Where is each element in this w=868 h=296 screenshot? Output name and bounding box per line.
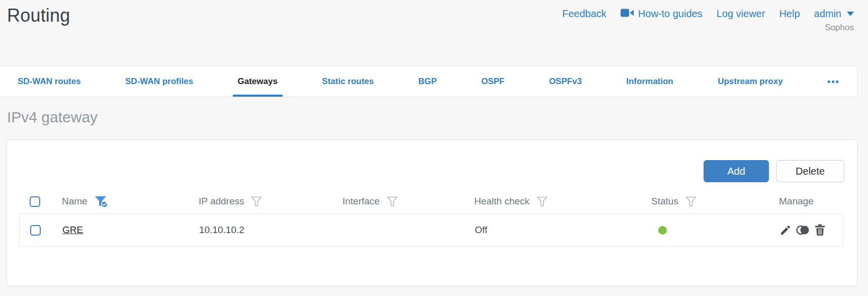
ipv4-gateway-card: Add Delete Name IP address Interface bbox=[7, 139, 857, 286]
page-header: Routing Feedback How-to guides Log viewe… bbox=[0, 0, 868, 66]
column-header-manage: Manage bbox=[771, 196, 843, 207]
row-select-cell bbox=[20, 225, 62, 236]
section-title: IPv4 gateway bbox=[7, 108, 868, 126]
tab-static-routes[interactable]: Static routes bbox=[317, 66, 379, 97]
status-dot bbox=[658, 226, 667, 235]
funnel-icon[interactable] bbox=[536, 195, 548, 207]
video-camera-icon bbox=[621, 8, 634, 20]
tab-sdwan-routes[interactable]: SD-WAN routes bbox=[13, 66, 86, 97]
add-button[interactable]: Add bbox=[704, 160, 769, 182]
pencil-icon bbox=[779, 230, 792, 238]
column-header-health-check: Health check bbox=[474, 195, 651, 207]
row-checkbox[interactable] bbox=[30, 225, 41, 236]
user-menu-label: admin bbox=[814, 8, 841, 20]
clone-button[interactable] bbox=[796, 225, 810, 236]
how-to-guides-label: How-to guides bbox=[638, 8, 703, 20]
tab-more-ellipsis-icon[interactable]: ••• bbox=[822, 66, 845, 97]
table-body: GRE 10.10.10.2 Off bbox=[19, 213, 843, 247]
cell-health-check: Off bbox=[475, 225, 652, 236]
cell-manage bbox=[771, 224, 843, 236]
tab-bgp[interactable]: BGP bbox=[413, 66, 442, 97]
select-all-checkbox[interactable] bbox=[30, 196, 40, 207]
log-viewer-link[interactable]: Log viewer bbox=[717, 8, 765, 20]
select-all-cell bbox=[19, 196, 62, 207]
delete-button[interactable]: Delete bbox=[776, 160, 844, 182]
page-title: Routing bbox=[7, 5, 70, 66]
brand-label: Sophos bbox=[825, 23, 854, 33]
table-toolbar: Add Delete bbox=[7, 140, 857, 182]
column-header-status: Status bbox=[651, 195, 771, 207]
help-link[interactable]: Help bbox=[779, 8, 800, 20]
tab-ospf[interactable]: OSPF bbox=[476, 66, 509, 97]
caret-down-icon bbox=[847, 12, 854, 16]
header-links: Feedback How-to guides Log viewer Help a… bbox=[562, 8, 854, 20]
row-delete-button[interactable] bbox=[814, 224, 826, 236]
cell-status bbox=[652, 226, 771, 235]
trash-icon bbox=[814, 230, 826, 238]
feedback-link-label: Feedback bbox=[562, 8, 606, 20]
column-header-name: Name bbox=[62, 195, 199, 208]
funnel-icon[interactable] bbox=[685, 195, 697, 207]
cell-ip-address: 10.10.10.2 bbox=[199, 225, 343, 236]
tab-upstream-proxy[interactable]: Upstream proxy bbox=[713, 66, 788, 97]
routing-tab-bar: SD-WAN routes SD-WAN profiles Gateways S… bbox=[0, 66, 857, 97]
table-row: GRE 10.10.10.2 Off bbox=[20, 214, 843, 246]
feedback-link[interactable]: Feedback bbox=[562, 8, 606, 20]
header-right: Feedback How-to guides Log viewer Help a… bbox=[562, 5, 854, 66]
gateway-name-link[interactable]: GRE bbox=[62, 225, 83, 235]
user-menu[interactable]: admin bbox=[814, 8, 854, 20]
edit-button[interactable] bbox=[779, 224, 792, 236]
column-header-interface: Interface bbox=[342, 195, 474, 207]
tab-sdwan-profiles[interactable]: SD-WAN profiles bbox=[120, 66, 198, 97]
tab-ospfv3[interactable]: OSPFv3 bbox=[544, 66, 587, 97]
tab-information[interactable]: Information bbox=[621, 66, 678, 97]
funnel-icon[interactable] bbox=[250, 195, 263, 207]
table-header-row: Name IP address Interface Health check bbox=[19, 190, 843, 212]
funnel-icon[interactable] bbox=[386, 195, 398, 207]
clone-icon bbox=[796, 230, 810, 237]
how-to-guides-link[interactable]: How-to guides bbox=[621, 8, 703, 20]
column-header-ip-address: IP address bbox=[199, 195, 342, 207]
help-label: Help bbox=[779, 8, 800, 20]
log-viewer-label: Log viewer bbox=[717, 8, 765, 20]
cell-name: GRE bbox=[62, 225, 199, 236]
tab-gateways[interactable]: Gateways bbox=[233, 66, 283, 97]
funnel-check-icon[interactable] bbox=[94, 195, 109, 208]
